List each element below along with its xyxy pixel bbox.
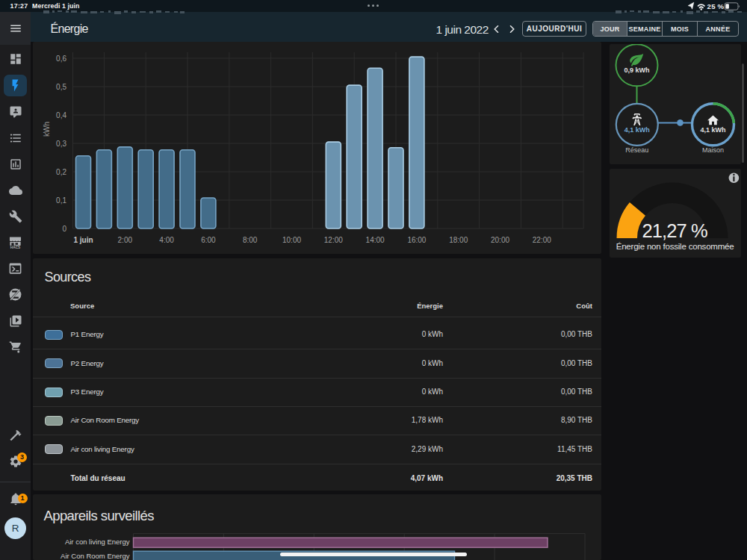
svg-text:18:00: 18:00	[449, 236, 468, 244]
svg-text:4,1 kWh: 4,1 kWh	[624, 126, 650, 134]
svg-text:Maison: Maison	[702, 146, 724, 154]
svg-text:8:00: 8:00	[243, 236, 258, 244]
svg-text:10:00: 10:00	[282, 236, 301, 244]
svg-text:0,6: 0,6	[56, 55, 66, 63]
svg-text:Énergie non fossile consommée: Énergie non fossile consommée	[616, 242, 734, 251]
svg-text:Air Con Room Energy: Air Con Room Energy	[61, 552, 130, 560]
svg-text:20:00: 20:00	[491, 236, 509, 244]
svg-text:2:00: 2:00	[118, 236, 133, 244]
svg-text:0,3: 0,3	[56, 140, 66, 148]
svg-text:kWh: kWh	[43, 122, 51, 137]
svg-text:0,2: 0,2	[56, 168, 66, 176]
svg-text:12:00: 12:00	[324, 236, 343, 244]
svg-text:0: 0	[62, 225, 66, 233]
svg-text:0,9 kWh: 0,9 kWh	[624, 66, 649, 74]
svg-text:4:00: 4:00	[159, 236, 174, 244]
svg-text:1 juin: 1 juin	[73, 236, 93, 244]
svg-text:0,4: 0,4	[56, 111, 66, 119]
svg-text:HACS: HACS	[10, 246, 20, 249]
svg-text:6:00: 6:00	[201, 236, 216, 244]
svg-text:21,27 %: 21,27 %	[642, 220, 707, 241]
svg-text:25 %: 25 %	[707, 2, 725, 10]
svg-text:0,5: 0,5	[56, 83, 66, 91]
svg-text:16:00: 16:00	[407, 236, 426, 244]
svg-text:Réseau: Réseau	[625, 146, 648, 154]
svg-text:Air con living Energy: Air con living Energy	[65, 538, 130, 546]
svg-text:22:00: 22:00	[533, 236, 551, 244]
svg-text:0,1: 0,1	[56, 196, 66, 205]
svg-text:14:00: 14:00	[366, 236, 385, 244]
svg-text:4,1 kWh: 4,1 kWh	[700, 126, 725, 134]
